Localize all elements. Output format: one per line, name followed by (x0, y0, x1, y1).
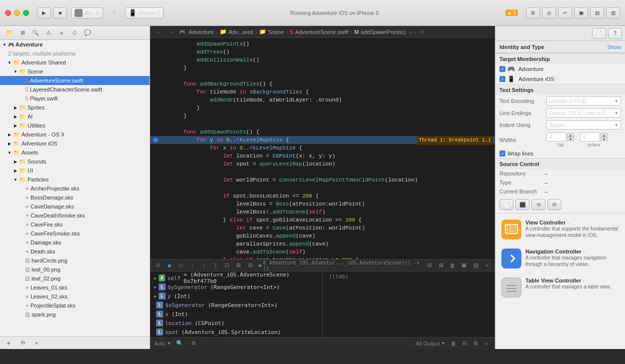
trash-icon[interactable]: 🗑 (449, 339, 458, 348)
minimize-button[interactable] (14, 10, 20, 16)
sidebar-item-adventure[interactable]: ▼ 🎮 Adventure (0, 40, 150, 49)
sidebar-item-ios[interactable]: ▶ 📁 Adventure iOS (0, 139, 150, 148)
sidebar-item-cavedeathsmoke[interactable]: ✦CaveDeathSmoke.sks (0, 211, 150, 220)
layout-btn-5[interactable]: ▤ (590, 8, 604, 18)
disclosure-y[interactable]: ▶ (154, 294, 157, 298)
indent-width-input[interactable]: 4 (580, 132, 600, 142)
disclosure-adventure[interactable]: ▼ (1, 42, 8, 47)
tab-stepper[interactable]: ▲ ▼ (567, 133, 574, 141)
sidebar-item-death[interactable]: ✦Death.sks (0, 247, 150, 256)
sidebar-item-shared[interactable]: ▼ 📁 Adventure Shared (0, 58, 150, 67)
disclosure-ygen[interactable]: ▶ (154, 285, 157, 290)
sidebar-item-ui[interactable]: ▶ 📁 UI (0, 166, 150, 175)
debug-render-btn[interactable]: ⊡ (222, 261, 232, 270)
disclosure-sprites[interactable]: ▶ (12, 106, 19, 110)
layout-btn-3[interactable]: ↩ (558, 8, 572, 18)
debug-pause-btn[interactable]: ⊙ (153, 261, 163, 270)
debug-step-out-btn[interactable]: ↑ (199, 261, 209, 270)
code-editor[interactable]: addSpawnPoints() addTrees() addCollision… (150, 38, 495, 259)
sidebar-item-utilities[interactable]: ▶ 📁 Utilities (0, 121, 150, 130)
breadcrumb-shared-label[interactable]: Adv...ared (229, 29, 253, 35)
sidebar-tag-btn[interactable]: ◇ (69, 28, 80, 38)
sidebar-item-cavefire[interactable]: ✦CaveFire.sks (0, 220, 150, 229)
sidebar-folder-btn[interactable]: 📁 (4, 28, 15, 38)
sidebar-close-button[interactable]: × (31, 338, 42, 348)
full-icon[interactable]: ⊞ (471, 339, 480, 348)
debug-step-into-btn[interactable]: ↓ (188, 261, 197, 270)
inspector-show-btn[interactable]: Show (607, 44, 621, 50)
layout-btn-2[interactable]: ◎ (542, 8, 556, 18)
sidebar-item-ai[interactable]: ▶ 📁 AI (0, 112, 150, 121)
split-icon[interactable]: ⊟ (460, 339, 469, 348)
debug-collapse-btn[interactable]: ⊞ (436, 261, 446, 270)
add-file-button[interactable]: + (3, 338, 14, 348)
debug-output-selector[interactable]: All Output ▾ (416, 340, 445, 346)
debug-continue-btn[interactable]: ⤵ (211, 261, 220, 270)
back-button[interactable]: ‹ (153, 27, 164, 37)
wrap-lines-checkbox[interactable]: ✓ (499, 150, 505, 156)
sidebar-item-bossdmg[interactable]: ✦BossDamage.sks (0, 193, 150, 202)
disclosure-osx[interactable]: ▶ (6, 132, 13, 137)
breadcrumb-method-icon[interactable]: M (354, 29, 359, 35)
disclosure-assets[interactable]: ▼ (6, 150, 13, 155)
maximize-button[interactable] (23, 10, 29, 16)
sidebar-item-leaf00[interactable]: 🖼leaf_00.png (0, 265, 150, 274)
debug-stop-btn[interactable]: ■ (165, 261, 174, 270)
sidebar-item-sprites[interactable]: ▶ 📁 Sprites (0, 103, 150, 112)
debug-layout-toggle-1[interactable]: ▣ (459, 261, 469, 270)
disclosure-shared[interactable]: ▼ (6, 60, 13, 65)
settings-btn[interactable]: ⚙ (189, 339, 199, 348)
sidebar-item-leaves01[interactable]: ✦Leaves_01.sks (0, 283, 150, 292)
sidebar-grid-btn[interactable]: ⊞ (17, 28, 28, 38)
disclosure-particles[interactable]: ▼ (12, 178, 19, 182)
sidebar-item-assets[interactable]: ▼ 📁 Assets (0, 148, 150, 157)
inspector-file-btn[interactable]: 📄 (592, 28, 606, 39)
debug-close-btn[interactable]: × (482, 261, 492, 270)
nav-left-icon[interactable]: ‹ (410, 29, 412, 35)
sidebar-item-adventurescene[interactable]: S AdventureScene.swift (0, 76, 150, 85)
breadcrumb-scene[interactable]: Scene (268, 29, 284, 35)
disclosure-scene[interactable]: ▼ (12, 70, 19, 74)
sc-icon-1[interactable]: 📄 (499, 199, 513, 210)
close-debug-icon[interactable]: × (482, 339, 491, 348)
tab-stepper-down[interactable]: ▼ (567, 137, 574, 141)
breadcrumb-file[interactable]: AdventureScene.swift (295, 29, 348, 35)
scheme-selector[interactable]: Ad...S (71, 8, 103, 18)
debug-layout-btn[interactable]: ⊞ (234, 261, 243, 270)
sidebar-item-sounds[interactable]: ▶ 📁 Sounds (0, 157, 150, 166)
sidebar-search-btn[interactable]: 🔍 (30, 28, 41, 38)
indent-stepper-up[interactable]: ▲ (600, 133, 607, 137)
breadcrumb-scene-icon[interactable]: 📁 (259, 28, 266, 35)
disclosure-sounds[interactable]: ▶ (12, 160, 19, 164)
inspector-help-btn[interactable]: ? (608, 28, 622, 39)
sidebar-item-cavefiresomke[interactable]: ✦CaveFireSmoke.sks (0, 229, 150, 238)
indent-stepper-down[interactable]: ▼ (600, 137, 607, 141)
debug-variables[interactable]: ▶ A self = (Adventure_iOS.AdventureScene… (150, 272, 322, 337)
debug-split-btn[interactable]: ⊟ (425, 261, 434, 270)
sidebar-item-hardcircle[interactable]: 🖼hardCircle.png (0, 256, 150, 265)
line-endings-select[interactable]: Default - OS X / Unix (LF) ▼ (546, 108, 621, 118)
sidebar-item-archer[interactable]: ✦ArcherProjectile.sks (0, 184, 150, 193)
debug-console[interactable]: (lldb) (322, 272, 495, 337)
layout-btn-1[interactable]: ⊞ (526, 8, 540, 18)
sidebar-item-osx[interactable]: ▶ 📁 Adventure - OS X (0, 130, 150, 139)
sidebar-msg-btn[interactable]: 💬 (82, 28, 93, 38)
debug-trash-btn[interactable]: 🗑 (448, 261, 457, 270)
tab-stepper-up[interactable]: ▲ (567, 133, 574, 137)
sc-icon-3[interactable]: ⟲ (531, 199, 545, 210)
debug-layout-toggle-2[interactable]: ▤ (471, 261, 480, 270)
forward-button[interactable]: › (166, 27, 177, 37)
layout-btn-4[interactable]: ▣ (574, 8, 588, 18)
history-button[interactable]: ⟲ (17, 338, 28, 348)
disclosure-ui[interactable]: ▶ (12, 168, 19, 173)
debug-auto-selector[interactable]: Auto ▾ (154, 340, 171, 346)
breadcrumb-method[interactable]: addSpawnPoints() (361, 29, 406, 35)
disclosure-ai[interactable]: ▶ (12, 114, 19, 119)
stop-button[interactable]: ■ (53, 8, 67, 18)
sidebar-item-particles[interactable]: ▼ 📁 Particles (0, 175, 150, 184)
sidebar-list-btn[interactable]: ≡ (56, 28, 67, 38)
tab-width-input[interactable]: 4 (546, 132, 566, 142)
target-adventure-checkbox[interactable]: ✓ (499, 66, 505, 72)
play-button[interactable]: ▶ (37, 8, 51, 18)
sc-icon-4[interactable]: ⟳ (547, 199, 561, 210)
